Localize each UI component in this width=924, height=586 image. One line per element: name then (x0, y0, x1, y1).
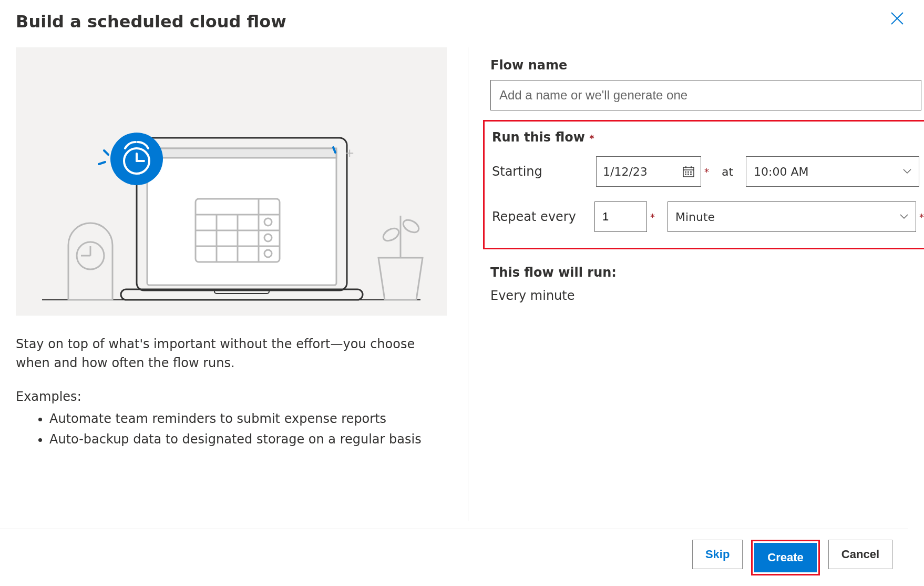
required-asterisk: * (704, 166, 709, 177)
examples-header: Examples: (16, 389, 447, 404)
svg-rect-37 (687, 171, 689, 173)
chevron-down-icon (903, 169, 911, 174)
svg-rect-5 (147, 148, 336, 158)
calendar-icon[interactable] (683, 166, 694, 177)
svg-rect-40 (687, 174, 689, 175)
description-text: Stay on top of what's important without … (16, 335, 436, 372)
example-item: Auto-backup data to designated storage o… (49, 430, 447, 449)
create-button[interactable]: Create (754, 543, 816, 572)
date-value: 1/12/23 (603, 165, 648, 178)
time-value: 10:00 AM (754, 165, 808, 178)
svg-rect-36 (685, 171, 686, 173)
illustration: + (16, 47, 447, 316)
example-item: Automate team reminders to submit expens… (49, 409, 447, 429)
svg-point-29 (401, 217, 421, 235)
svg-rect-38 (690, 171, 692, 173)
flow-name-label: Flow name (490, 58, 924, 73)
svg-rect-41 (690, 174, 692, 175)
flow-name-input[interactable] (490, 80, 921, 110)
summary-header: This flow will run: (490, 265, 924, 280)
required-asterisk: * (589, 133, 594, 144)
start-date-input[interactable]: 1/12/23 (596, 156, 701, 187)
svg-text:+: + (345, 146, 354, 159)
chevron-down-icon (900, 214, 908, 219)
cancel-button[interactable]: Cancel (828, 540, 892, 569)
required-asterisk: * (650, 211, 655, 223)
skip-button[interactable]: Skip (692, 540, 743, 569)
run-this-flow-section: Run this flow * Starting 1/12/23 * at 10… (483, 120, 924, 249)
summary-text: Every minute (490, 288, 924, 303)
repeat-unit-select[interactable]: Minute (668, 201, 916, 232)
run-this-flow-label: Run this flow (492, 130, 585, 145)
repeat-interval-input[interactable] (594, 201, 647, 232)
close-icon[interactable] (888, 9, 906, 27)
svg-rect-39 (685, 174, 686, 175)
svg-line-22 (99, 162, 105, 164)
svg-rect-4 (147, 148, 336, 285)
starting-label: Starting (492, 164, 596, 179)
at-label: at (722, 165, 733, 178)
repeat-every-label: Repeat every (492, 209, 594, 224)
unit-value: Minute (675, 210, 715, 224)
svg-point-28 (381, 226, 401, 243)
dialog-title: Build a scheduled cloud flow (16, 12, 286, 32)
required-asterisk: * (919, 211, 924, 223)
start-time-select[interactable]: 10:00 AM (746, 156, 919, 187)
create-button-highlight: Create (751, 540, 819, 575)
svg-line-23 (104, 150, 108, 155)
